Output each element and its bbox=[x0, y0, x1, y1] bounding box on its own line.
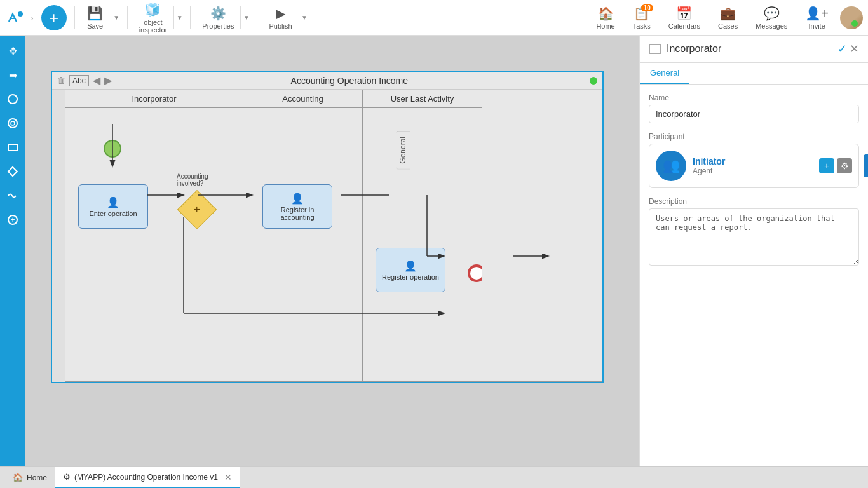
lane-incorporator-body: 👤 Enter operation + Accounting involved? bbox=[65, 108, 243, 380]
participant-card: 👥 Initiator Agent + ⚙ ▮ bbox=[649, 144, 859, 188]
register-accounting-label: Register in accounting bbox=[280, 206, 314, 221]
breadcrumb-chevron[interactable]: › bbox=[28, 13, 36, 23]
enter-operation-task[interactable]: 👤 Enter operation bbox=[78, 184, 148, 229]
lane-user-last-activity: User Last Activity 👤 Register operation bbox=[363, 90, 482, 381]
bpmn-lanes: Incorporator 👤 Enter operation bbox=[52, 90, 602, 382]
start-event[interactable] bbox=[104, 140, 121, 158]
register-operation-label: Register operation bbox=[382, 273, 439, 281]
nav-cases-label: Cases bbox=[718, 22, 738, 30]
avatar[interactable] bbox=[840, 6, 863, 29]
svg-rect-4 bbox=[8, 144, 17, 151]
nav-calendars[interactable]: 📅 Calendars bbox=[662, 3, 707, 32]
nav-right: 🏠 Home 10 📋 Tasks 📅 Calendars 💼 Cases 💬 … bbox=[590, 3, 863, 32]
nav-tasks[interactable]: 10 📋 Tasks bbox=[627, 3, 657, 32]
object-inspector-dropdown-arrow[interactable]: ▼ bbox=[173, 6, 185, 29]
properties-dropdown-arrow[interactable]: ▼ bbox=[240, 6, 252, 29]
toolbar: › + 💾 Save ▼ 🧊 object inspector ▼ ⚙️ Pro… bbox=[0, 0, 868, 36]
bpmn-diagram: 🗑 Abc ◀ ▶ Accounting Operation Income In… bbox=[51, 71, 604, 383]
diamond-tool[interactable] bbox=[3, 161, 23, 182]
calendars-icon: 📅 bbox=[676, 6, 692, 21]
add-element-tool[interactable]: + bbox=[3, 210, 23, 230]
description-field: Description Users or areas of the organi… bbox=[649, 197, 859, 268]
nav-messages-label: Messages bbox=[756, 22, 787, 30]
general-vertical-tab[interactable]: General bbox=[396, 131, 410, 170]
prev-icon[interactable]: ◀ bbox=[93, 74, 100, 86]
lanes-content: Incorporator 👤 Enter operation bbox=[65, 90, 602, 382]
participant-field: Participant 👥 Initiator Agent + ⚙ bbox=[649, 132, 859, 188]
publish-icon: ▶ bbox=[276, 6, 285, 21]
object-inspector-button[interactable]: 🧊 object inspector bbox=[133, 0, 174, 36]
participant-config-button[interactable]: ⚙ bbox=[837, 158, 852, 173]
circle-tool[interactable] bbox=[3, 89, 23, 109]
nav-invite[interactable]: 👤+ Invite bbox=[799, 3, 835, 32]
nav-tasks-label: Tasks bbox=[633, 22, 651, 30]
description-textarea[interactable]: Users or areas of the organization that … bbox=[649, 208, 859, 266]
text-tool[interactable]: Abc bbox=[69, 75, 89, 86]
online-status bbox=[851, 20, 858, 27]
nav-messages[interactable]: 💬 Messages bbox=[749, 3, 794, 32]
svg-point-0 bbox=[18, 11, 23, 17]
delete-icon[interactable]: 🗑 bbox=[57, 76, 65, 85]
participant-label: Participant bbox=[649, 132, 859, 141]
publish-label: Publish bbox=[269, 22, 292, 30]
home-icon: 🏠 bbox=[598, 6, 614, 21]
nav-calendars-label: Calendars bbox=[668, 22, 700, 30]
bottom-tab-process[interactable]: ⚙ (MYAPP) Accounting Operation Income v1… bbox=[55, 467, 240, 489]
nav-home-label: Home bbox=[596, 22, 614, 30]
svg-text:+: + bbox=[10, 215, 15, 224]
separator-3 bbox=[190, 6, 191, 29]
close-tab-button[interactable]: ✕ bbox=[224, 472, 232, 482]
publish-button[interactable]: ▶ Publish bbox=[262, 3, 298, 32]
lane-accounting: Accounting 👤 Register in accounting bbox=[243, 90, 363, 381]
confirm-button[interactable]: ✓ bbox=[837, 42, 847, 56]
participant-info: Initiator Agent bbox=[693, 156, 813, 175]
next-icon[interactable]: ▶ bbox=[104, 74, 112, 86]
arrow-tool[interactable]: ➡ bbox=[3, 65, 23, 85]
name-input[interactable] bbox=[649, 105, 859, 123]
register-operation-task[interactable]: 👤 Register operation bbox=[376, 248, 445, 292]
process-tab-label: (MYAPP) Accounting Operation Income v1 bbox=[74, 473, 218, 482]
lane-extra bbox=[482, 90, 602, 381]
add-button[interactable]: + bbox=[41, 5, 67, 30]
close-panel-button[interactable]: ✕ bbox=[850, 42, 859, 56]
enter-operation-icon: 👤 bbox=[107, 196, 119, 208]
lane-extra-header bbox=[482, 90, 602, 98]
properties-button[interactable]: ⚙️ Properties bbox=[196, 3, 240, 32]
tab-general[interactable]: General bbox=[640, 63, 689, 84]
move-tool[interactable]: ✥ bbox=[3, 41, 23, 61]
participant-avatar-icon: 👥 bbox=[663, 158, 680, 174]
canvas-area[interactable]: 🗑 Abc ◀ ▶ Accounting Operation Income In… bbox=[25, 36, 639, 466]
right-panel-header: Incorporator ✓ ✕ bbox=[640, 36, 868, 63]
bpmn-title-bar: 🗑 Abc ◀ ▶ Accounting Operation Income bbox=[52, 72, 602, 90]
publish-dropdown-arrow[interactable]: ▼ bbox=[299, 6, 310, 29]
nav-home[interactable]: 🏠 Home bbox=[590, 3, 621, 32]
participant-add-button[interactable]: + bbox=[819, 158, 834, 173]
right-panel-actions: ✓ ✕ bbox=[837, 42, 859, 56]
gateway[interactable]: + bbox=[177, 190, 217, 229]
bpmn-title: Accounting Operation Income bbox=[116, 76, 583, 86]
right-panel-tabs: General bbox=[640, 63, 868, 85]
object-inspector-dropdown: 🧊 object inspector ▼ bbox=[133, 0, 186, 36]
save-label: Save bbox=[87, 22, 103, 30]
wave-tool[interactable] bbox=[3, 186, 23, 206]
logo[interactable] bbox=[5, 8, 25, 28]
lane-user-last-activity-header: User Last Activity bbox=[363, 90, 482, 108]
save-dropdown-arrow[interactable]: ▼ bbox=[111, 6, 122, 29]
main-area: ✥ ➡ + 🗑 Abc ◀ ▶ Acc bbox=[0, 36, 868, 466]
gateway-label: Accounting involved? bbox=[177, 173, 227, 187]
right-panel-title: Incorporator bbox=[667, 43, 832, 55]
save-button[interactable]: 💾 Save bbox=[80, 3, 111, 32]
separator-1 bbox=[74, 6, 75, 29]
register-accounting-task[interactable]: 👤 Register in accounting bbox=[262, 184, 332, 229]
bottom-bar: 🏠 Home ⚙ (MYAPP) Accounting Operation In… bbox=[0, 466, 868, 488]
tasks-badge: 10 bbox=[641, 4, 653, 11]
object-inspector-icon: 🧊 bbox=[145, 2, 161, 17]
description-label: Description bbox=[649, 197, 859, 206]
properties-dropdown: ⚙️ Properties ▼ bbox=[196, 3, 252, 32]
nav-cases[interactable]: 💼 Cases bbox=[712, 3, 744, 32]
bottom-tab-home[interactable]: 🏠 Home bbox=[5, 467, 55, 489]
rectangle-tool[interactable] bbox=[3, 137, 23, 158]
circle-outline-tool[interactable] bbox=[3, 113, 23, 133]
cases-icon: 💼 bbox=[720, 6, 736, 21]
participant-message-button[interactable]: ▮ bbox=[864, 154, 868, 177]
